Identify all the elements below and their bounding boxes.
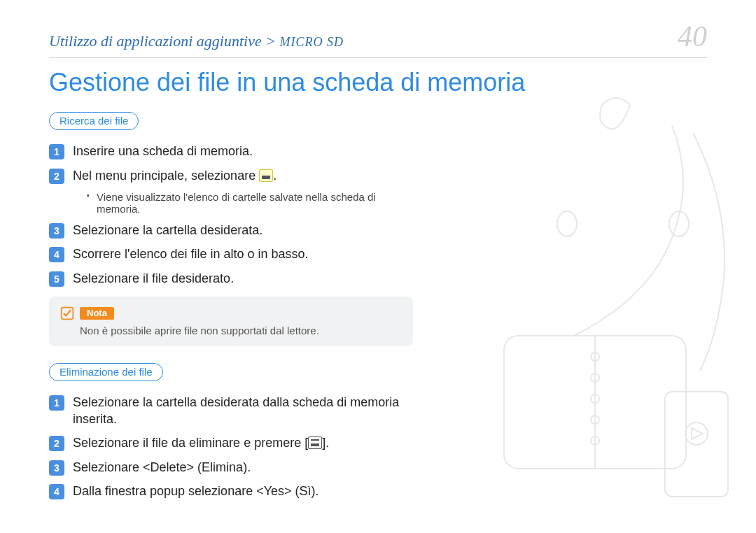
list-item: 3 Selezionare <Delete> (Elimina). xyxy=(49,459,413,476)
breadcrumb-main: Utilizzo di applicazioni aggiuntive xyxy=(49,32,262,50)
note-icon xyxy=(60,306,74,320)
section-pill-search: Ricerca dei file xyxy=(49,112,139,130)
note-label: Nota xyxy=(80,307,114,320)
step-text-post: . xyxy=(273,169,276,183)
list-item: 4 Scorrere l'elenco dei file in alto o i… xyxy=(49,246,413,262)
list-item: 2 Selezionare il file da eliminare e pre… xyxy=(49,434,413,451)
step-number-icon: 3 xyxy=(49,460,64,476)
list-item: 3 Selezionare la cartella desiderata. xyxy=(49,222,413,239)
page-header: Utilizzo di applicazioni aggiuntive > MI… xyxy=(49,20,707,58)
content-column: Ricerca dei file 1 Inserire una scheda d… xyxy=(49,112,413,499)
breadcrumb-sep: > xyxy=(262,32,280,50)
sub-bullet: Viene visualizzato l'elenco di cartelle … xyxy=(87,191,413,215)
note-box: Nota Non è possibile aprire file non sup… xyxy=(49,297,413,346)
step-text-pre: Selezionare il file da eliminare e preme… xyxy=(73,436,308,450)
step-number-icon: 3 xyxy=(49,223,64,239)
step-text: Inserire una scheda di memoria. xyxy=(73,143,413,159)
step-text-post: ]. xyxy=(322,436,329,450)
step-text-pre: Nel menu principale, selezionare xyxy=(73,169,259,183)
search-steps-cont: 3 Selezionare la cartella desiderata. 4 … xyxy=(49,222,413,287)
step-number-icon: 4 xyxy=(49,484,64,499)
page-title: Gestione dei file in una scheda di memor… xyxy=(49,68,707,97)
menu-icon xyxy=(308,436,322,449)
section-pill-delete: Eliminazione dei file xyxy=(49,363,163,381)
step-text: Selezionare la cartella desiderata dalla… xyxy=(73,394,413,428)
step-number-icon: 1 xyxy=(49,144,64,159)
step-number-icon: 1 xyxy=(49,395,64,411)
step-number-icon: 2 xyxy=(49,436,64,451)
list-item: 2 Nel menu principale, selezionare . xyxy=(49,167,413,184)
search-steps: 1 Inserire una scheda di memoria. 2 Nel … xyxy=(49,143,413,184)
step-text: Dalla finestra popup selezionare <Yes> (… xyxy=(73,483,413,499)
delete-steps: 1 Selezionare la cartella desiderata dal… xyxy=(49,394,413,499)
step-text: Selezionare il file da eliminare e preme… xyxy=(73,434,413,451)
microsd-icon xyxy=(259,169,273,182)
step-number-icon: 2 xyxy=(49,169,64,184)
list-item: 4 Dalla finestra popup selezionare <Yes>… xyxy=(49,483,413,499)
step-number-icon: 4 xyxy=(49,247,64,262)
list-item: 1 Selezionare la cartella desiderata dal… xyxy=(49,394,413,428)
page-number: 40 xyxy=(678,20,707,53)
step-text: Selezionare <Delete> (Elimina). xyxy=(73,459,413,476)
step-text: Nel menu principale, selezionare . xyxy=(73,167,413,184)
step-text: Selezionare la cartella desiderata. xyxy=(73,222,413,239)
step-text: Scorrere l'elenco dei file in alto o in … xyxy=(73,246,413,262)
breadcrumb: Utilizzo di applicazioni aggiuntive > MI… xyxy=(49,32,344,50)
breadcrumb-sub: MICRO SD xyxy=(280,35,344,49)
step-text: Selezionare il file desiderato. xyxy=(73,270,413,287)
note-header: Nota xyxy=(60,306,402,320)
list-item: 1 Inserire una scheda di memoria. xyxy=(49,143,413,159)
step-number-icon: 5 xyxy=(49,271,64,287)
note-text: Non è possibile aprire file non supporta… xyxy=(80,325,402,336)
list-item: 5 Selezionare il file desiderato. xyxy=(49,270,413,287)
